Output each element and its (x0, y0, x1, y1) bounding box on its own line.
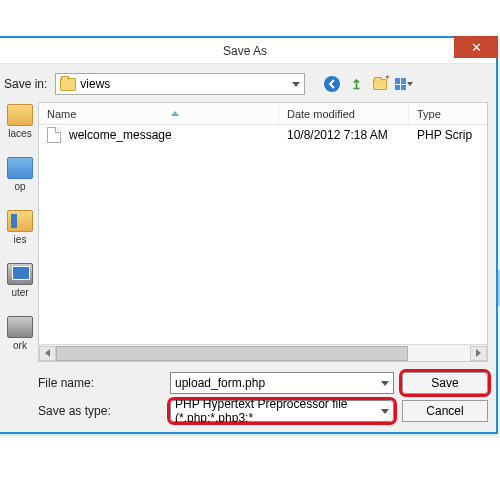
file-list: Name Date modified Type (38, 102, 488, 362)
new-folder-button[interactable] (371, 75, 389, 93)
grid-icon (395, 78, 406, 90)
col-date-label: Date modified (287, 108, 355, 120)
close-button[interactable]: ✕ (454, 36, 498, 58)
back-icon (323, 75, 341, 93)
cancel-button[interactable]: Cancel (402, 400, 488, 422)
save-as-dialog: Save As ✕ Save in: views ↥ (0, 36, 498, 434)
file-icon (47, 127, 61, 143)
toolbar-icons: ↥ (323, 75, 413, 93)
triangle-left-icon (45, 349, 50, 357)
computer-icon (7, 263, 33, 285)
network-icon (7, 316, 33, 338)
sidebar-network[interactable]: ork (2, 316, 38, 351)
sidebar-item-label: op (14, 181, 25, 192)
save-in-dropdown[interactable]: views (55, 73, 305, 95)
scroll-right-button[interactable] (470, 346, 487, 361)
column-header-date[interactable]: Date modified (279, 103, 409, 124)
sidebar-item-label: laces (8, 128, 31, 139)
sidebar-libraries[interactable]: ies (2, 210, 38, 245)
file-name-input[interactable]: upload_form.php (170, 372, 394, 394)
file-type: PHP Scrip (417, 128, 472, 142)
triangle-right-icon (476, 349, 481, 357)
column-header-name[interactable]: Name (39, 103, 279, 124)
sort-ascending-icon (171, 111, 179, 116)
file-name-value: upload_form.php (175, 376, 265, 390)
desktop-icon (7, 157, 33, 179)
save-as-type-dropdown[interactable]: PHP Hypertext Preprocessor file (*.php;*… (170, 400, 394, 422)
file-name-label: File name: (38, 376, 162, 390)
sidebar-computer[interactable]: uter (2, 263, 38, 298)
bottom-controls: File name: upload_form.php Save Save as … (38, 372, 488, 422)
save-in-value: views (80, 77, 110, 91)
save-in-row: Save in: views ↥ (4, 70, 488, 98)
dialog-body: Save in: views ↥ (0, 64, 496, 432)
save-in-label: Save in: (4, 77, 47, 91)
list-body[interactable]: welcome_message 10/8/2012 7:18 AM PHP Sc… (39, 125, 487, 344)
save-as-type-value: PHP Hypertext Preprocessor file (*.php;*… (175, 397, 381, 425)
view-menu-button[interactable] (395, 75, 413, 93)
chevron-down-icon (292, 82, 300, 87)
save-button[interactable]: Save (402, 372, 488, 394)
sidebar-recent-places[interactable]: laces (2, 104, 38, 139)
chevron-down-icon (381, 381, 389, 386)
sidebar-desktop[interactable]: op (2, 157, 38, 192)
libraries-icon (7, 210, 33, 232)
folder-new-icon (373, 79, 387, 90)
file-name: welcome_message (69, 128, 172, 142)
close-icon: ✕ (471, 40, 482, 55)
places-sidebar: laces op ies uter ork (2, 102, 38, 362)
folder-icon (60, 78, 76, 91)
col-name-label: Name (47, 108, 76, 120)
horizontal-scrollbar[interactable] (39, 344, 487, 361)
up-one-level-button[interactable]: ↥ (347, 75, 365, 93)
col-type-label: Type (417, 108, 441, 120)
sidebar-item-label: ork (13, 340, 27, 351)
column-header-type[interactable]: Type (409, 103, 487, 124)
sidebar-item-label: uter (11, 287, 28, 298)
file-row[interactable]: welcome_message 10/8/2012 7:18 AM PHP Sc… (39, 125, 487, 145)
back-button[interactable] (323, 75, 341, 93)
sidebar-item-label: ies (14, 234, 27, 245)
recent-places-icon (7, 104, 33, 126)
chevron-down-icon (407, 82, 413, 86)
main-area: laces op ies uter ork (2, 102, 488, 362)
save-as-type-label: Save as type: (38, 404, 162, 418)
svg-point-0 (324, 76, 340, 92)
list-header: Name Date modified Type (39, 103, 487, 125)
scroll-left-button[interactable] (39, 346, 56, 361)
up-arrow-icon: ↥ (351, 77, 362, 92)
file-date: 10/8/2012 7:18 AM (287, 128, 388, 142)
chevron-down-icon (381, 409, 389, 414)
scroll-thumb[interactable] (56, 346, 408, 361)
titlebar: Save As ✕ (0, 38, 496, 64)
scroll-track[interactable] (56, 346, 470, 361)
dialog-title: Save As (223, 44, 267, 58)
